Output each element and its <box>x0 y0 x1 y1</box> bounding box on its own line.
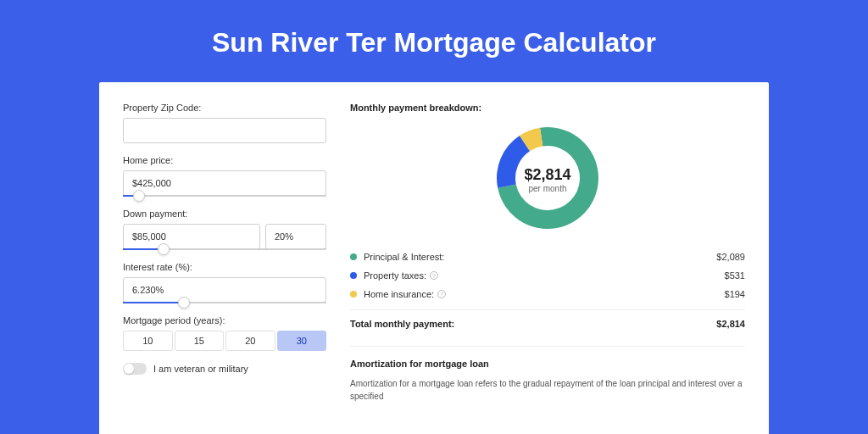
mortgage-period-label: Mortgage period (years): <box>123 315 326 326</box>
home-price-slider-thumb[interactable] <box>133 190 145 202</box>
legend-dot-icon <box>350 291 357 298</box>
veteran-toggle[interactable] <box>123 363 147 375</box>
veteran-toggle-knob <box>124 364 134 374</box>
legend-dot-icon <box>350 272 357 279</box>
legend-row-insurance: Home insurance:?$194 <box>350 289 745 299</box>
legend-label: Home insurance:? <box>364 289 725 299</box>
interest-rate-label: Interest rate (%): <box>123 262 326 272</box>
interest-rate-field-group: Interest rate (%): <box>123 262 326 303</box>
down-payment-label: Down payment: <box>123 209 326 219</box>
zip-input[interactable] <box>123 118 326 143</box>
period-button-15[interactable]: 15 <box>175 331 225 351</box>
period-button-20[interactable]: 20 <box>225 331 275 351</box>
home-price-label: Home price: <box>123 155 326 165</box>
interest-rate-input[interactable] <box>123 277 326 303</box>
info-icon[interactable]: ? <box>437 290 446 298</box>
legend-value: $194 <box>725 289 745 299</box>
total-label: Total monthly payment: <box>350 319 716 329</box>
down-payment-pct-input[interactable] <box>265 224 326 249</box>
home-price-slider[interactable] <box>123 195 326 197</box>
total-value: $2,814 <box>716 319 745 329</box>
legend-dot-icon <box>350 253 357 260</box>
legend-value: $531 <box>725 270 745 281</box>
down-payment-input[interactable] <box>123 224 260 249</box>
page-title: Sun River Ter Mortgage Calculator <box>0 0 868 82</box>
period-button-30[interactable]: 30 <box>277 331 327 351</box>
home-price-input[interactable] <box>123 170 326 196</box>
donut-sub: per month <box>524 184 570 193</box>
breakdown-title: Monthly payment breakdown: <box>350 103 745 113</box>
down-payment-slider-thumb[interactable] <box>158 243 170 255</box>
legend-row-principal: Principal & Interest:$2,089 <box>350 252 745 262</box>
veteran-toggle-row: I am veteran or military <box>123 363 326 375</box>
mortgage-period-field-group: Mortgage period (years): 10152030 <box>123 315 326 351</box>
donut-chart-wrap: $2,814 per month <box>350 123 745 236</box>
amortization-body: Amortization for a mortgage loan refers … <box>350 377 745 403</box>
interest-rate-slider[interactable] <box>123 302 326 303</box>
inputs-column: Property Zip Code: Home price: Down paym… <box>123 103 326 434</box>
donut-center: $2,814 per month <box>524 166 570 193</box>
calculator-panel: Property Zip Code: Home price: Down paym… <box>99 82 769 434</box>
donut-chart: $2,814 per month <box>492 123 603 236</box>
legend-label: Principal & Interest: <box>364 252 716 262</box>
amortization-title: Amortization for mortgage loan <box>350 346 745 369</box>
legend-row-taxes: Property taxes:?$531 <box>350 270 745 281</box>
legend-value: $2,089 <box>716 252 745 262</box>
interest-rate-slider-thumb[interactable] <box>178 297 190 309</box>
legend-label: Property taxes:? <box>364 270 725 281</box>
donut-amount: $2,814 <box>524 166 570 184</box>
period-button-10[interactable]: 10 <box>123 331 173 351</box>
down-payment-slider[interactable] <box>123 248 326 250</box>
down-payment-field-group: Down payment: <box>123 209 326 250</box>
veteran-label: I am veteran or military <box>153 364 248 374</box>
zip-field-group: Property Zip Code: <box>123 103 326 143</box>
home-price-field-group: Home price: <box>123 155 326 197</box>
legend: Principal & Interest:$2,089Property taxe… <box>350 252 745 299</box>
info-icon[interactable]: ? <box>430 271 438 280</box>
zip-label: Property Zip Code: <box>123 103 326 113</box>
total-row: Total monthly payment: $2,814 <box>350 309 745 329</box>
breakdown-column: Monthly payment breakdown: $2,814 per mo… <box>350 103 745 434</box>
